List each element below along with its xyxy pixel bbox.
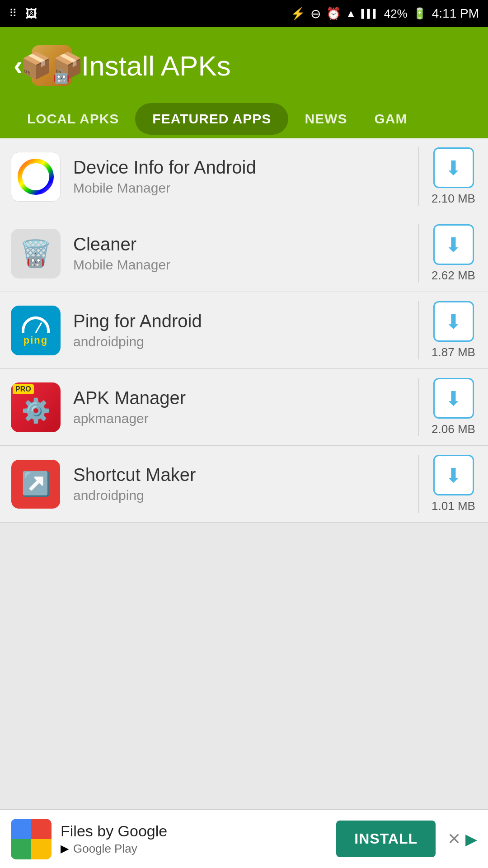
app-list: Device Info for Android Mobile Manager ⬇…	[0, 138, 488, 523]
ad-close-button[interactable]: ✕	[443, 825, 465, 853]
list-item[interactable]: ↗️ Shortcut Maker androidping ⬇ 1.01 MB	[0, 446, 488, 523]
wifi-icon: ▲	[346, 8, 356, 19]
ad-source-text: Google Play	[73, 842, 137, 856]
time-display: 4:11 PM	[432, 6, 479, 21]
app-info: Cleaner Mobile Manager	[73, 234, 414, 273]
file-size: 1.01 MB	[432, 499, 475, 513]
signal-icon: ▌▌▌	[361, 9, 378, 19]
download-button[interactable]: ⬇	[433, 301, 474, 342]
files-icon	[11, 819, 52, 859]
app-icon-device-info	[11, 152, 61, 202]
bluetooth-icon: ⚡	[291, 7, 305, 21]
battery-percent: 42%	[384, 7, 408, 21]
download-area: ⬇ 2.10 MB	[418, 147, 477, 206]
tab-games[interactable]: GAM	[361, 102, 421, 136]
app-icon-shortcut-maker: ↗️	[11, 459, 61, 509]
header-title-row: ‹ 📦 🤖 Install APKs	[14, 36, 474, 99]
files-icon-quadrant-4	[31, 839, 52, 859]
list-item[interactable]: Device Info for Android Mobile Manager ⬇…	[0, 138, 488, 215]
tab-local-apks[interactable]: LOCAL APKS	[14, 102, 132, 136]
app-info: Ping for Android androidping	[73, 311, 414, 349]
download-icon: ⬇	[445, 387, 462, 410]
app-icon-apk-manager: PRO ⚙️	[11, 382, 61, 432]
app-category: androidping	[73, 488, 414, 503]
list-item[interactable]: ping Ping for Android androidping ⬇ 1.87…	[0, 292, 488, 369]
battery-icon: 🔋	[413, 7, 427, 20]
files-icon-quadrant-3	[11, 839, 31, 859]
app-category: androidping	[73, 334, 414, 349]
ad-source: ▶ Google Play	[61, 842, 336, 856]
file-size: 2.06 MB	[432, 422, 475, 436]
ad-app-icon	[11, 819, 52, 859]
download-button[interactable]: ⬇	[433, 147, 474, 188]
tab-bar: LOCAL APKS FEATURED APPS NEWS GAM	[14, 99, 474, 138]
tab-featured-apps[interactable]: FEATURED APPS	[135, 103, 288, 135]
download-area: ⬇ 2.06 MB	[418, 378, 477, 436]
download-area: ⬇ 2.62 MB	[418, 224, 477, 283]
app-name: Cleaner	[73, 234, 414, 255]
files-icon-quadrant-2	[31, 819, 52, 839]
app-name: Ping for Android	[73, 311, 414, 331]
app-name: APK Manager	[73, 388, 414, 408]
app-category: apkmanager	[73, 411, 414, 426]
app-info: Shortcut Maker androidping	[73, 465, 414, 503]
tab-news[interactable]: NEWS	[291, 102, 361, 136]
download-icon: ⬇	[445, 156, 462, 179]
app-name: Device Info for Android	[73, 157, 414, 178]
app-icon-cleaner: 🗑️ 🤖	[11, 229, 61, 278]
app-name: Shortcut Maker	[73, 465, 414, 485]
download-icon: ⬇	[445, 310, 462, 333]
download-button[interactable]: ⬇	[433, 455, 474, 495]
status-bar-right: ⚡ ⊖ ⏰ ▲ ▌▌▌ 42% 🔋 4:11 PM	[291, 6, 479, 21]
ad-text: Files by Google ▶ Google Play	[61, 822, 336, 856]
install-button[interactable]: INSTALL	[336, 821, 436, 857]
alarm-icon: ⏰	[326, 7, 341, 21]
download-area: ⬇ 1.87 MB	[418, 301, 477, 359]
app-icon-ping: ping	[11, 306, 61, 355]
ad-app-name: Files by Google	[61, 822, 336, 840]
file-size: 2.10 MB	[432, 192, 475, 206]
app-info: APK Manager apkmanager	[73, 388, 414, 426]
ad-play-icon: ▶	[465, 830, 477, 848]
app-category: Mobile Manager	[73, 180, 414, 196]
image-icon: 🖼	[25, 7, 37, 21]
ad-banner: Files by Google ▶ Google Play INSTALL ✕ …	[0, 809, 488, 868]
app-category: Mobile Manager	[73, 257, 414, 273]
app-icon: 📦 🤖	[32, 45, 72, 86]
page-title: Install APKs	[81, 50, 231, 82]
download-icon: ⬇	[445, 233, 462, 256]
status-bar: ⠿ 🖼 ⚡ ⊖ ⏰ ▲ ▌▌▌ 42% 🔋 4:11 PM	[0, 0, 488, 27]
google-play-icon: ▶	[61, 842, 69, 855]
download-button[interactable]: ⬇	[433, 378, 474, 419]
header: ‹ 📦 🤖 Install APKs LOCAL APKS FEATURED A…	[0, 27, 488, 138]
list-item[interactable]: PRO ⚙️ APK Manager apkmanager ⬇ 2.06 MB	[0, 369, 488, 446]
status-bar-left: ⠿ 🖼	[9, 7, 37, 21]
dots-icon: ⠿	[9, 7, 18, 20]
svg-point-1	[20, 161, 52, 193]
list-item[interactable]: 🗑️ 🤖 Cleaner Mobile Manager ⬇ 2.62 MB	[0, 215, 488, 292]
download-icon: ⬇	[445, 464, 462, 487]
files-icon-quadrant-1	[11, 819, 31, 839]
file-size: 2.62 MB	[432, 269, 475, 283]
download-area: ⬇ 1.01 MB	[418, 455, 477, 513]
app-info: Device Info for Android Mobile Manager	[73, 157, 414, 196]
dnd-icon: ⊖	[310, 6, 321, 21]
download-button[interactable]: ⬇	[433, 224, 474, 265]
file-size: 1.87 MB	[432, 345, 475, 359]
